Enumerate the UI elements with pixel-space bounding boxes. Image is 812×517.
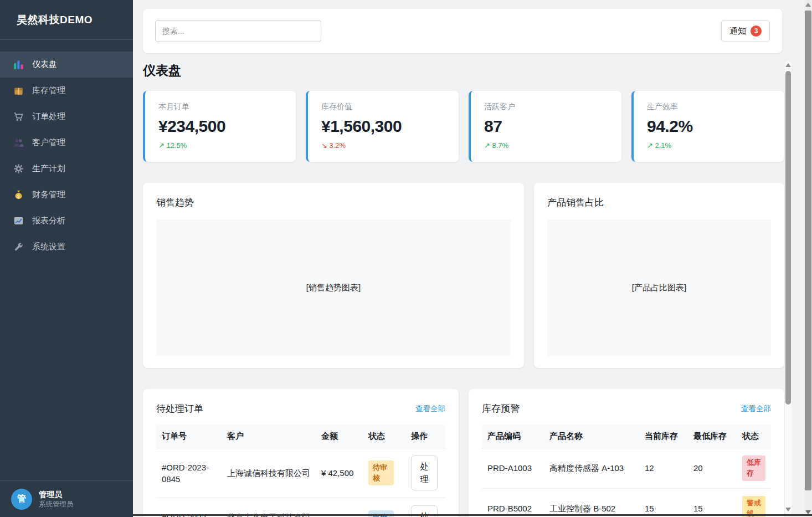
stat-card-production-efficiency: 生产效率 94.2% ↗ 2.1% [631, 91, 784, 162]
min-stock: 15 [688, 488, 737, 517]
stat-card-monthly-orders: 本月订单 ¥234,500 ↗ 12.5% [143, 91, 296, 162]
sidebar-item-customers[interactable]: 客户管理 [0, 130, 133, 156]
product-code: PRD-B5002 [482, 488, 544, 517]
sales-trend-title: 销售趋势 [156, 196, 511, 209]
sidebar-item-label: 系统设置 [32, 242, 65, 252]
sales-trend-chart-placeholder: [销售趋势图表] [156, 219, 511, 356]
stat-card-inventory-value: 库存价值 ¥1,560,300 ↘ 3.2% [306, 91, 459, 162]
process-order-button[interactable]: 处理 [411, 455, 438, 490]
people-icon [13, 137, 24, 148]
sidebar-nav: 仪表盘 库存管理 订单处理 客户管理 生产计划 [0, 52, 133, 260]
product-share-chart-placeholder: [产品占比图表] [547, 219, 771, 356]
avatar: 管 [11, 489, 32, 510]
sidebar-item-finance[interactable]: $ 财务管理 [0, 182, 133, 208]
main-area: 通知 3 仪表盘 本月订单 ¥234,500 ↗ 12.5% 库存价值 ¥1,5… [133, 0, 812, 517]
stat-trend: ↗ 12.5% [158, 141, 282, 150]
sidebar-item-label: 财务管理 [32, 190, 65, 200]
sidebar-item-reports[interactable]: 报表分析 [0, 208, 133, 234]
sidebar-item-label: 仪表盘 [32, 59, 57, 70]
money-bag-icon: $ [13, 190, 24, 200]
wrench-icon [13, 242, 24, 252]
sidebar-item-orders[interactable]: 订单处理 [0, 104, 133, 130]
search-input[interactable] [155, 20, 321, 42]
column-header: 客户 [222, 425, 316, 448]
stat-value: 94.2% [647, 117, 771, 136]
shopping-cart-icon [13, 111, 24, 122]
sidebar-item-label: 报表分析 [32, 216, 65, 226]
product-name: 高精度传感器 A-103 [544, 448, 639, 489]
order-id: #ORD-2023-0845 [156, 448, 222, 498]
status-badge: 低库存 [742, 455, 765, 481]
window-bottom-edge [133, 514, 812, 516]
column-header: 产品编码 [482, 425, 544, 448]
column-header: 订单号 [156, 425, 222, 448]
tables-row: 待处理订单 查看全部 订单号 客户 金额 状态 操作 [143, 389, 784, 517]
package-icon [13, 85, 24, 96]
stat-label: 活跃客户 [484, 102, 608, 112]
content-scrollbar[interactable] [785, 61, 792, 515]
stat-label: 本月订单 [158, 102, 282, 112]
order-amount: ¥ 42,500 [316, 448, 363, 498]
stat-value: ¥1,560,300 [321, 117, 445, 136]
stat-value: ¥234,500 [158, 117, 282, 136]
sidebar-item-dashboard[interactable]: 仪表盘 [0, 52, 133, 78]
product-share-title: 产品销售占比 [547, 196, 771, 209]
scroll-down-icon[interactable] [785, 508, 791, 511]
user-profile[interactable]: 管 管理员 系统管理员 [0, 480, 133, 517]
bar-chart-icon [13, 59, 24, 70]
notifications-button[interactable]: 通知 3 [721, 20, 770, 42]
scroll-up-icon[interactable] [785, 63, 791, 67]
notification-count-badge: 3 [751, 25, 762, 37]
inventory-view-all-link[interactable]: 查看全部 [741, 404, 771, 414]
stats-row: 本月订单 ¥234,500 ↗ 12.5% 库存价值 ¥1,560,300 ↘ … [143, 91, 784, 162]
stat-label: 生产效率 [647, 102, 771, 112]
stat-value: 87 [484, 117, 608, 136]
stat-trend: ↗ 2.1% [647, 141, 771, 150]
pending-orders-table: 订单号 客户 金额 状态 操作 #ORD-2023-0845 上海诚信科技有限公… [156, 425, 445, 517]
status-badge: 待审核 [368, 460, 394, 486]
column-header: 产品名称 [544, 425, 639, 448]
dashboard-content: 仪表盘 本月订单 ¥234,500 ↗ 12.5% 库存价值 ¥1,560,30… [143, 62, 784, 517]
page-title: 仪表盘 [143, 62, 784, 79]
table-row: PRD-B5002 工业控制器 B-502 15 15 警戒线 [482, 488, 771, 517]
pending-orders-title: 待处理订单 [156, 402, 203, 415]
min-stock: 20 [688, 448, 737, 489]
pending-orders-card: 待处理订单 查看全部 订单号 客户 金额 状态 操作 [143, 389, 459, 517]
status-badge: 已确认 [368, 510, 394, 517]
svg-text:$: $ [17, 193, 20, 199]
sidebar-item-production[interactable]: 生产计划 [0, 156, 133, 182]
column-header: 状态 [363, 425, 405, 448]
app-logo: 昊然科技DEMO [0, 0, 133, 40]
sidebar-item-inventory[interactable]: 库存管理 [0, 78, 133, 104]
content-scrollbar-thumb[interactable] [785, 71, 791, 405]
scroll-down-icon[interactable] [805, 510, 811, 514]
sidebar-item-label: 生产计划 [32, 163, 65, 174]
sidebar: 昊然科技DEMO 仪表盘 库存管理 订单处理 客户管理 [0, 0, 133, 517]
inventory-alerts-table: 产品编码 产品名称 当前库存 最低库存 状态 PRD-A1003 高精度传感器 … [482, 425, 771, 517]
column-header: 状态 [737, 425, 771, 448]
table-row: #ORD-2023-0845 上海诚信科技有限公司 ¥ 42,500 待审核 处… [156, 448, 445, 498]
sidebar-item-label: 库存管理 [32, 85, 65, 96]
app-title: 昊然科技DEMO [17, 13, 92, 27]
column-header: 操作 [405, 425, 445, 448]
scroll-up-icon[interactable] [805, 3, 811, 7]
sidebar-item-settings[interactable]: 系统设置 [0, 234, 133, 260]
column-header: 最低库存 [688, 425, 737, 448]
stat-card-active-customers: 活跃客户 87 ↗ 8.7% [469, 91, 621, 162]
stat-trend: ↘ 3.2% [321, 141, 445, 150]
window-scrollbar[interactable] [804, 0, 812, 517]
window-scrollbar-thumb[interactable] [805, 11, 811, 490]
user-role: 系统管理员 [39, 500, 74, 509]
chart-up-icon [13, 216, 24, 226]
order-customer: 上海诚信科技有限公司 [222, 448, 316, 498]
table-row: PRD-A1003 高精度传感器 A-103 12 20 低库存 [482, 448, 771, 489]
column-header: 当前库存 [639, 425, 688, 448]
inventory-alerts-title: 库存预警 [482, 402, 520, 415]
gear-icon [13, 163, 24, 174]
sidebar-item-label: 订单处理 [32, 111, 65, 122]
orders-view-all-link[interactable]: 查看全部 [415, 404, 445, 414]
inventory-alerts-card: 库存预警 查看全部 产品编码 产品名称 当前库存 最低库存 状态 [469, 389, 784, 517]
column-header: 金额 [316, 425, 363, 448]
product-name: 工业控制器 B-502 [544, 488, 639, 517]
stat-label: 库存价值 [321, 102, 445, 112]
